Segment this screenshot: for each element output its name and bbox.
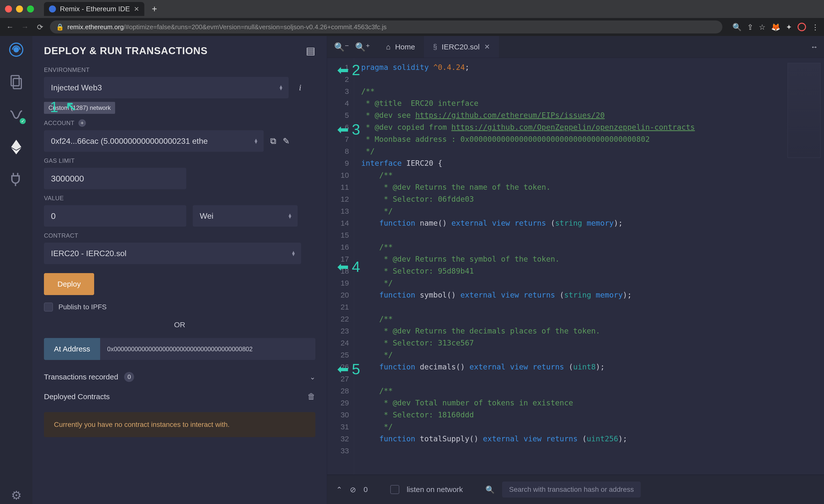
listen-label: listen on network <box>407 485 463 494</box>
settings-icon[interactable]: ⚙ <box>7 487 25 504</box>
forward-icon[interactable]: → <box>20 23 30 31</box>
environment-label: ENVIRONMENT <box>44 67 315 74</box>
lock-icon: 🔒 <box>56 23 64 31</box>
trash-icon[interactable]: 🗑 <box>307 392 315 401</box>
solidity-file-icon: § <box>433 43 437 51</box>
bookmark-icon[interactable]: ☆ <box>759 23 765 31</box>
account-select[interactable]: 0xf24...66cac (5.000000000000000231 ethe… <box>44 130 264 152</box>
search-icon[interactable]: 🔍 <box>486 485 495 494</box>
network-badge: Custom (1287) network <box>44 102 115 114</box>
new-tab-button[interactable]: + <box>152 4 157 14</box>
listen-checkbox[interactable] <box>390 485 399 494</box>
close-window-icon[interactable] <box>5 5 12 12</box>
plugin-rail: ✓ ⚙ <box>0 36 32 504</box>
profile-avatar-icon[interactable] <box>798 23 806 31</box>
tx-recorded-label: Transactions recorded <box>44 373 118 381</box>
browser-toolbar: ← → ⟳ 🔒 remix.ethereum.org /#optimize=fa… <box>0 18 824 36</box>
tab-title: Remix - Ethereum IDE <box>60 5 130 13</box>
expand-editor-icon[interactable]: ↔ <box>805 43 824 51</box>
close-tab-icon[interactable]: ✕ <box>134 5 139 13</box>
contract-select[interactable]: IERC20 - IERC20.sol ▲▼ <box>44 243 301 264</box>
editor-tabs: 🔍⁻ 🔍⁺ ⌂ Home § IERC20.sol ✕ ↔ <box>327 36 824 58</box>
environment-value: Injected Web3 <box>51 83 102 92</box>
compiler-icon[interactable]: ✓ <box>7 106 25 123</box>
extension-metamask-icon[interactable]: 🦊 <box>771 23 780 31</box>
compile-success-badge-icon: ✓ <box>19 117 26 125</box>
docs-icon[interactable]: ▤ <box>306 45 315 56</box>
chevron-down-icon[interactable]: ⌄ <box>310 373 315 381</box>
chevron-updown-icon: ▲▼ <box>291 251 296 256</box>
editor-area: 🔍⁻ 🔍⁺ ⌂ Home § IERC20.sol ✕ ↔ 1234567891… <box>327 36 824 504</box>
copy-icon[interactable]: ⧉ <box>270 136 276 146</box>
account-label: ACCOUNT + <box>44 119 315 127</box>
line-gutter: 1234567891011121314151617181920212223242… <box>327 58 354 475</box>
deploy-panel: 1➜ DEPLOY & RUN TRANSACTIONS ▤ ENVIRONME… <box>32 36 327 504</box>
minimize-window-icon[interactable] <box>16 5 23 12</box>
close-tab-icon[interactable]: ✕ <box>484 43 490 51</box>
browser-tab-remix[interactable]: Remix - Ethereum IDE ✕ <box>44 2 144 16</box>
value-unit-select[interactable]: Wei ▲▼ <box>193 205 298 227</box>
address-bar[interactable]: 🔒 remix.ethereum.org /#optimize=false&ru… <box>50 20 722 33</box>
account-value: 0xf24...66cac (5.000000000000000231 ethe <box>51 137 208 146</box>
panel-title: DEPLOY & RUN TRANSACTIONS <box>44 45 207 56</box>
window-controls <box>5 5 34 12</box>
gas-limit-input[interactable]: 3000000 <box>44 168 186 189</box>
value-label: VALUE <box>44 195 315 202</box>
plugin-manager-icon[interactable] <box>7 171 25 188</box>
reload-icon[interactable]: ⟳ <box>35 23 45 31</box>
browser-tabstrip: Remix - Ethereum IDE ✕ + <box>0 0 824 18</box>
menu-icon[interactable]: ⋮ <box>812 23 819 31</box>
svg-rect-2 <box>11 76 19 86</box>
tx-recorded-count: 0 <box>124 372 134 382</box>
remix-logo-icon[interactable] <box>7 41 25 58</box>
edit-icon[interactable]: ✎ <box>283 136 290 146</box>
publish-ipfs-label: Publish to IPFS <box>59 303 107 311</box>
publish-ipfs-checkbox[interactable] <box>44 302 53 311</box>
chevron-updown-icon: ▲▼ <box>254 139 258 143</box>
maximize-window-icon[interactable] <box>27 5 34 12</box>
terminal-search[interactable]: Search with transaction hash or address <box>502 482 641 498</box>
terminal-bar: ⌃ ⊘ 0 listen on network 🔍 Search with tr… <box>327 475 824 504</box>
extensions-icon[interactable]: ✦ <box>786 23 792 31</box>
contract-label: CONTRACT <box>44 232 315 239</box>
install-icon[interactable]: ⇪ <box>747 23 753 31</box>
environment-select[interactable]: Injected Web3 ▲▼ <box>44 77 289 98</box>
svg-point-1 <box>14 47 18 52</box>
clear-icon[interactable]: ⊘ <box>350 485 356 494</box>
minimap[interactable] <box>784 58 824 475</box>
chevron-up-icon[interactable]: ⌃ <box>336 485 342 494</box>
file-explorer-icon[interactable] <box>7 74 25 91</box>
at-address-button[interactable]: At Address <box>44 338 100 360</box>
home-icon: ⌂ <box>386 43 391 51</box>
tab-home[interactable]: ⌂ Home <box>377 36 424 58</box>
browser-tabs: Remix - Ethereum IDE ✕ + <box>44 2 157 16</box>
back-icon[interactable]: ← <box>5 23 15 31</box>
tab-ierc20[interactable]: § IERC20.sol ✕ <box>424 36 499 58</box>
deployed-contracts-label: Deployed Contracts <box>44 392 110 401</box>
at-address-input[interactable]: 0x00000000000000000000000000000000000008… <box>100 338 315 360</box>
add-account-icon[interactable]: + <box>78 119 86 127</box>
value-input[interactable]: 0 <box>44 205 186 227</box>
info-icon[interactable]: i <box>295 83 305 92</box>
zoom-out-icon[interactable]: 🔍⁻ <box>334 42 349 52</box>
deploy-run-icon[interactable] <box>7 138 25 156</box>
browser-right-icons: 🔍 ⇪ ☆ 🦊 ✦ ⋮ <box>732 23 819 31</box>
url-host: remix.ethereum.org <box>68 23 124 31</box>
gas-limit-label: GAS LIMIT <box>44 157 315 164</box>
or-divider: OR <box>44 321 315 329</box>
zoom-icon[interactable]: 🔍 <box>732 23 742 31</box>
svg-rect-3 <box>13 79 21 89</box>
url-path: /#optimize=false&runs=200&evmVersion=nul… <box>124 23 387 31</box>
no-instances-notice: Currently you have no contract instances… <box>44 412 315 437</box>
pending-count: 0 <box>364 485 368 494</box>
deploy-button[interactable]: Deploy <box>44 273 94 295</box>
chevron-updown-icon: ▲▼ <box>279 85 283 90</box>
chevron-updown-icon: ▲▼ <box>288 214 292 219</box>
favicon-icon <box>49 5 56 12</box>
zoom-in-icon[interactable]: 🔍⁺ <box>355 42 370 52</box>
code-editor[interactable]: pragma solidity ^0.4.24; /** * @title ER… <box>354 58 784 475</box>
